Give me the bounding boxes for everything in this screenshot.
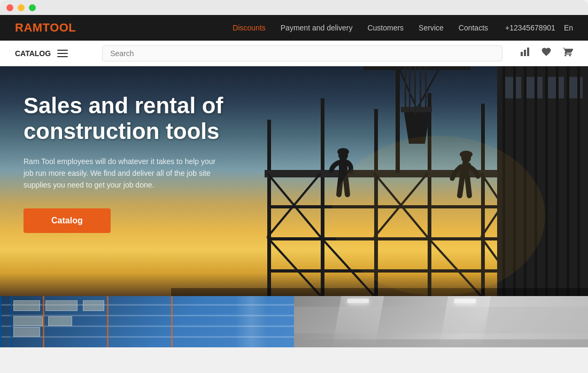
hamburger-icon[interactable] — [57, 50, 68, 57]
close-dot[interactable] — [6, 4, 13, 11]
nav-customers[interactable]: Customers — [367, 24, 404, 32]
nav-links: Discounts Payment and delivery Customers… — [233, 24, 488, 32]
svg-rect-1 — [524, 50, 526, 56]
cart-icon[interactable] — [562, 46, 573, 60]
hamburger-line-2 — [57, 53, 68, 54]
wishlist-icon[interactable] — [541, 46, 552, 60]
phone-number: +12345678901 — [505, 24, 555, 32]
svg-rect-4 — [321, 98, 324, 296]
nav-discounts[interactable]: Discounts — [233, 24, 265, 32]
hamburger-line-3 — [57, 56, 68, 57]
hero-section: Sales and rental of construction tools R… — [0, 66, 588, 296]
catalog-label: CATALOG — [15, 49, 51, 58]
svg-rect-32 — [420, 66, 421, 113]
nav-payment[interactable]: Payment and delivery — [281, 24, 353, 32]
warehouse-right — [294, 296, 588, 347]
chart-icon[interactable] — [520, 46, 530, 60]
language-selector[interactable]: En — [564, 24, 573, 32]
catalog-button[interactable]: CATALOG — [15, 49, 68, 58]
svg-rect-54 — [171, 288, 588, 296]
svg-point-49 — [337, 148, 349, 156]
hero-title: Sales and rental of construction tools — [24, 93, 248, 145]
hero-description: Ram Tool employees will do whatever it t… — [24, 156, 227, 191]
nav-icons — [520, 46, 573, 60]
svg-rect-0 — [521, 52, 523, 56]
svg-point-55 — [331, 136, 545, 296]
hero-content: Sales and rental of construction tools R… — [24, 93, 248, 233]
svg-rect-39 — [569, 77, 583, 98]
fullscreen-dot[interactable] — [29, 4, 36, 11]
svg-rect-44 — [545, 66, 548, 296]
svg-rect-26 — [363, 66, 470, 70]
minimize-dot[interactable] — [18, 4, 25, 11]
svg-rect-2 — [527, 48, 529, 56]
search-input[interactable] — [110, 49, 494, 58]
search-bar[interactable] — [102, 45, 502, 61]
svg-line-21 — [267, 237, 321, 296]
svg-rect-30 — [409, 66, 411, 112]
nav-contacts[interactable]: Contacts — [459, 24, 488, 32]
bottom-strip — [0, 296, 588, 347]
svg-rect-33 — [425, 66, 427, 110]
svg-rect-43 — [535, 66, 537, 296]
svg-rect-45 — [556, 66, 559, 296]
hamburger-line-1 — [57, 50, 68, 51]
catalog-cta-button[interactable]: Catalog — [24, 208, 111, 233]
warehouse-left — [0, 296, 294, 347]
logo[interactable]: RAMTOOL — [15, 21, 76, 35]
secondary-nav: CATALOG — [0, 41, 588, 66]
nav-service[interactable]: Service — [419, 24, 444, 32]
svg-rect-34 — [405, 66, 406, 108]
svg-rect-47 — [577, 66, 580, 296]
svg-rect-46 — [567, 66, 569, 296]
window-chrome — [0, 0, 588, 15]
top-nav: RAMTOOL Discounts Payment and delivery C… — [0, 15, 588, 41]
svg-rect-31 — [414, 66, 416, 114]
